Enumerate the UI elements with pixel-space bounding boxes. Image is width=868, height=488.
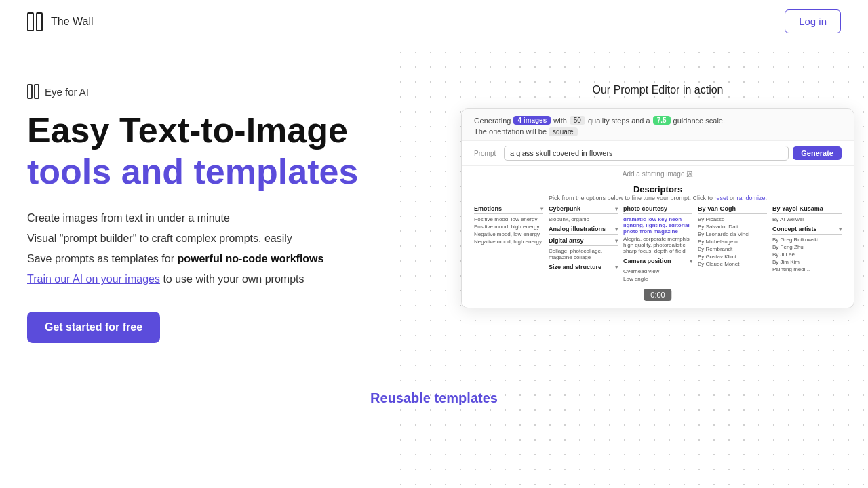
feature-3-bold: powerful no-code workflows: [177, 253, 323, 264]
left-section: Eye for AI Easy Text-to-Image tools and …: [27, 84, 434, 343]
col-item[interactable]: By Jim Kim: [772, 258, 842, 266]
col-arrow-cyberpunk: ▾: [615, 206, 618, 212]
logo-text: The Wall: [51, 16, 94, 28]
col-header-cyberpunk: Cyberpunk ▾: [549, 205, 618, 214]
login-button[interactable]: Log in: [785, 9, 841, 33]
train-ai-link[interactable]: Train our AI on your images: [27, 273, 160, 285]
main-content: Eye for AI Easy Text-to-Image tools and …: [0, 43, 868, 370]
feature-3: Save prompts as templates for powerful n…: [27, 251, 434, 267]
with-text: with: [553, 117, 567, 125]
generating-text: Generating: [474, 117, 511, 125]
bottom-section: Reusable templates: [0, 370, 868, 420]
col-item[interactable]: Negative mood, low energy: [474, 230, 543, 238]
col-arrow-emotions: ▾: [540, 206, 543, 212]
feature-2: Visual "prompt builder" to craft complex…: [27, 230, 434, 247]
col-header-camera: Camera position ▾: [623, 258, 692, 266]
logo-icon: [27, 12, 43, 31]
col-item[interactable]: Low angle: [623, 275, 692, 283]
quality-tag: 50: [570, 116, 585, 125]
mockup-generating-line: Generating 4 images with 50 quality step…: [474, 116, 725, 125]
col-item[interactable]: Biopunk, organic: [549, 216, 618, 223]
mockup-top-bar: Generating 4 images with 50 quality step…: [462, 109, 854, 141]
quality-steps-text: quality steps and a: [588, 117, 650, 125]
col-item[interactable]: By Rembrandt: [698, 245, 767, 253]
col-item[interactable]: By Ai Weiwei: [772, 216, 842, 223]
mockup-orientation-line: The orientation will be square: [474, 127, 842, 136]
descriptor-columns: Emotions ▾ Positive mood, low energy Pos…: [474, 205, 842, 283]
col-header-vangogh: By Van Gogh: [698, 205, 767, 214]
descriptors-subtitle: Pick from the options below to fine tune…: [474, 195, 842, 201]
guidance-scale-text: guidance scale.: [673, 117, 725, 125]
col-header-concept2: Concept artists ▾: [772, 226, 842, 235]
col-item[interactable]: By Ji Lee: [772, 251, 842, 258]
col-arrow-camera: ▾: [690, 258, 692, 264]
mini-bar-left: [27, 84, 33, 99]
col-concept: By Yayoi Kusama By Ai Weiwei Concept art…: [772, 205, 842, 283]
reset-link[interactable]: reset: [715, 195, 728, 201]
col-vangogh: By Van Gogh By Picasso By Salvador Dali …: [698, 205, 767, 283]
col-arrow-size: ▾: [615, 264, 618, 270]
col-item[interactable]: dramatic low-key neon lighting, lighting…: [623, 216, 692, 235]
col-item[interactable]: Painting medi...: [772, 266, 842, 273]
col-item[interactable]: By Leonardo da Vinci: [698, 230, 767, 238]
guidance-tag: 7.5: [653, 116, 671, 125]
randomize-link[interactable]: randomize: [737, 195, 766, 201]
headline-line2: tools and templates: [27, 152, 434, 191]
col-photo: photo courtesy dramatic low-key neon lig…: [623, 205, 692, 283]
mockup-prompt-row: Prompt a glass skull covered in flowers …: [462, 141, 854, 166]
col-item[interactable]: Positive mood, low energy: [474, 216, 543, 223]
right-section: Our Prompt Editor in action Generating 4…: [461, 84, 854, 343]
col-item[interactable]: Alegria, corporate memphis high quality,…: [623, 235, 692, 255]
prompt-editor-label: Our Prompt Editor in action: [593, 84, 724, 96]
square-tag: square: [549, 127, 578, 136]
logo-bar-left: [27, 12, 34, 31]
col-header-size: Size and structure ▾: [549, 264, 618, 272]
feature-4: Train our AI on your images to use with …: [27, 271, 434, 287]
descriptors-title: Descriptors: [474, 184, 842, 195]
col-item[interactable]: Negative mood, high energy: [474, 238, 543, 245]
generate-button[interactable]: Generate: [793, 146, 842, 160]
col-arrow-digital: ▾: [615, 238, 618, 244]
cta-button[interactable]: Get started for free: [27, 312, 160, 343]
col-item[interactable]: By Picasso: [698, 216, 767, 223]
col-item[interactable]: By Michelangelo: [698, 238, 767, 245]
col-item[interactable]: By Greg Rutkowski: [772, 236, 842, 243]
eye-label-text: Eye for AI: [45, 86, 89, 98]
logo-area: The Wall: [27, 12, 94, 31]
eye-label-row: Eye for AI: [27, 84, 434, 99]
add-image-row[interactable]: Add a starting image 🖼: [462, 166, 854, 182]
prompt-label: Prompt: [474, 150, 500, 157]
col-arrow-concept: ▾: [839, 226, 842, 232]
col-item[interactable]: By Salvador Dali: [698, 223, 767, 230]
video-time-overlay: 0:00: [644, 289, 671, 301]
col-header-digital: Digital artsy ▾: [549, 237, 618, 246]
descriptors-section: Descriptors Pick from the options below …: [462, 182, 854, 283]
col-item[interactable]: Collage, photocollage, magazine collage: [549, 247, 618, 261]
images-tag: 4 images: [513, 116, 551, 125]
col-header-emotions: Emotions ▾: [474, 205, 543, 214]
feature-1: Create images from text in under a minut…: [27, 210, 434, 226]
col-item[interactable]: Positive mood, high energy: [474, 223, 543, 230]
col-item[interactable]: Overhead view: [623, 268, 692, 275]
col-header-photo: photo courtesy: [623, 205, 692, 214]
header: The Wall Log in: [0, 0, 868, 43]
col-item[interactable]: By Gustav Klimt: [698, 253, 767, 260]
col-item[interactable]: By Feng Zhu: [772, 243, 842, 251]
col-emotions: Emotions ▾ Positive mood, low energy Pos…: [474, 205, 543, 283]
mini-bar-right: [34, 84, 39, 99]
logo-bar-right: [36, 12, 43, 31]
col-header-analog: Analog illustrations ▾: [549, 226, 618, 235]
col-header-concept-artists: By Yayoi Kusama: [772, 205, 842, 214]
reusable-templates-label: Reusable templates: [27, 390, 841, 406]
features-list: Create images from text in under a minut…: [27, 210, 434, 287]
prompt-input-display[interactable]: a glass skull covered in flowers: [504, 146, 789, 161]
eye-logo-icon: [27, 84, 39, 99]
editor-mockup: Generating 4 images with 50 quality step…: [461, 108, 854, 308]
col-item[interactable]: By Claude Monet: [698, 260, 767, 268]
headline-line1: Easy Text-to-Image: [27, 111, 434, 150]
col-cyberpunk: Cyberpunk ▾ Biopunk, organic Analog illu…: [549, 205, 618, 283]
col-arrow-analog: ▾: [615, 226, 618, 232]
